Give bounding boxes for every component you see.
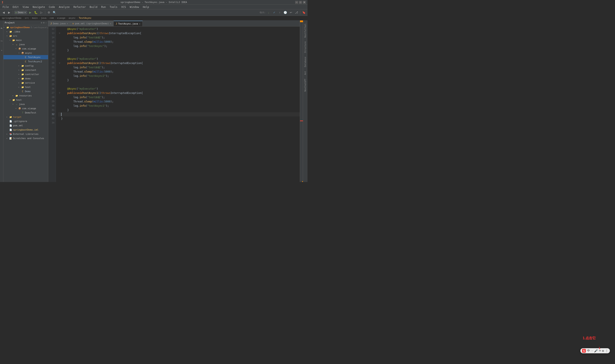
git-commit-button[interactable]: ✓: [272, 10, 277, 15]
tree-controller[interactable]: ▸ 📁 controller: [3, 72, 48, 76]
fold-30[interactable]: [58, 104, 61, 107]
tree-demotest[interactable]: T DemoTest: [3, 111, 48, 115]
menu-refactor[interactable]: Refactor: [72, 5, 88, 9]
sidebar-favorites-tab[interactable]: ★: [0, 47, 3, 54]
fold-27[interactable]: ▽: [58, 91, 61, 94]
menu-window[interactable]: Window: [128, 5, 141, 9]
tree-resources[interactable]: ▸ 📁 resources: [3, 93, 48, 98]
tree-demo[interactable]: ▸ 📁 demo: [3, 76, 48, 81]
breadcrumb-classname[interactable]: TestAsync: [79, 17, 92, 19]
menu-navigate[interactable]: Navigate: [31, 5, 47, 9]
tree-main[interactable]: ▾ 📂 main: [3, 38, 48, 42]
menu-code[interactable]: Code: [47, 5, 57, 9]
tab-demojava[interactable]: J Demo.java ✕: [48, 21, 70, 26]
editor-content[interactable]: 12 13 14 15 16 17 18 19 20 21 22 23 24 2…: [48, 26, 300, 182]
menu-analyze[interactable]: Analyze: [57, 5, 71, 9]
tab-testasync-close[interactable]: ✕: [139, 23, 140, 25]
right-tool-database[interactable]: Database: [304, 55, 307, 69]
fold-14[interactable]: [58, 36, 61, 39]
fold-13[interactable]: ▽: [58, 32, 61, 35]
tab-pomxml[interactable]: m pom.xml (springbootDemo) ✕: [70, 21, 114, 26]
fold-26[interactable]: [58, 87, 61, 90]
tree-config[interactable]: ▸ 📁 config: [3, 64, 48, 68]
git-revert-button[interactable]: ↩: [289, 10, 293, 15]
back-button[interactable]: ◀: [1, 10, 6, 15]
breadcrumb-com[interactable]: com: [50, 17, 54, 19]
menu-run[interactable]: Run: [99, 5, 108, 9]
fold-24[interactable]: [58, 79, 61, 82]
fold-19[interactable]: [58, 57, 61, 60]
search-everywhere-button[interactable]: 🔍: [52, 10, 57, 15]
debug-button[interactable]: 🐛: [34, 10, 38, 15]
settings-button[interactable]: ⚙: [47, 10, 51, 15]
right-tool-restful[interactable]: RestfulTool: [304, 22, 307, 39]
run-button[interactable]: ▶: [28, 10, 33, 15]
menu-tools[interactable]: Tools: [108, 5, 119, 9]
menu-edit[interactable]: Edit: [11, 5, 21, 9]
fold-16[interactable]: [58, 45, 61, 48]
code-editor[interactable]: @Async("myExecutor") ▽ public void testA…: [56, 26, 300, 182]
tab-pomxml-close[interactable]: ✕: [110, 22, 111, 25]
menu-vcs[interactable]: VCS: [120, 5, 128, 9]
fold-28[interactable]: [58, 96, 61, 99]
right-tool-nexchat[interactable]: NexChatGPT: [304, 77, 307, 93]
tree-test-folder[interactable]: ▸ 📁 test: [3, 85, 48, 89]
tree-external-libs[interactable]: ▸ 📚 External Libraries: [3, 132, 48, 136]
fold-18[interactable]: [58, 53, 61, 56]
menu-build[interactable]: Build: [88, 5, 99, 9]
tree-com-xiaoge[interactable]: ▾ 📦 com.xiaoge: [3, 47, 48, 51]
sidebar-structure-tab[interactable]: Z: [0, 35, 3, 47]
fold-34[interactable]: [58, 121, 61, 124]
breadcrumb-java[interactable]: java: [41, 17, 47, 19]
fold-23[interactable]: [58, 75, 61, 78]
panel-settings-button[interactable]: ⚙: [43, 21, 45, 24]
tree-target[interactable]: ▸ 📁 target: [3, 115, 48, 119]
right-tool-structure[interactable]: Structure: [304, 40, 307, 55]
tree-constant[interactable]: ▸ 📁 constant: [3, 68, 48, 72]
git-update-button[interactable]: ↓: [266, 10, 271, 15]
menu-file[interactable]: File: [1, 5, 11, 9]
tree-testasync2[interactable]: C TestAsync2: [3, 59, 48, 64]
tree-java[interactable]: ▾ ☕ java: [3, 42, 48, 47]
fold-12[interactable]: [58, 27, 61, 30]
fold-17[interactable]: [58, 49, 61, 52]
tree-root[interactable]: ▾ 📁 springbootDemo D:\workspace\zhangxia…: [3, 25, 48, 29]
right-tool-ant[interactable]: Ant: [304, 69, 307, 77]
tree-test-src[interactable]: ▾ 📁 test: [3, 98, 48, 102]
tree-service[interactable]: ▸ 📁 service: [3, 81, 48, 85]
git-push-button[interactable]: ↑: [277, 10, 282, 15]
tab-testasync[interactable]: J TestAsync.java ✕: [114, 21, 143, 26]
fold-31[interactable]: [58, 109, 61, 112]
breadcrumb-src[interactable]: src: [25, 17, 29, 19]
tree-async[interactable]: ▾ 📦 async: [3, 51, 48, 55]
tree-scratches[interactable]: ▸ 📝 Scratches and Consoles: [3, 136, 48, 140]
run-configuration[interactable]: ▶ Demo ▾: [14, 11, 27, 14]
tree-iml[interactable]: 📄 springbootDemo.iml: [3, 128, 48, 132]
tree-pomxml[interactable]: 📄 pom.xml: [3, 123, 48, 128]
fold-33[interactable]: [58, 117, 61, 120]
git-history-button[interactable]: 🕐: [283, 10, 288, 15]
fold-22[interactable]: [58, 70, 61, 73]
breadcrumb-xiaoge[interactable]: xiaoge: [57, 17, 66, 19]
fold-29[interactable]: [58, 100, 61, 103]
breadcrumb-project[interactable]: springbootDemo: [2, 17, 22, 19]
tree-gitignore[interactable]: 📄 .gitignore: [3, 119, 48, 123]
bookmarks-button[interactable]: 🔖: [302, 10, 306, 15]
tree-java-test[interactable]: ▾ ☕ java: [3, 102, 48, 106]
vcs-branches-button[interactable]: ⎇: [294, 10, 299, 15]
tree-idea[interactable]: ▸ 📁 .idea: [3, 29, 48, 34]
tree-src[interactable]: ▾ 📂 src: [3, 34, 48, 38]
tree-com-xiaoge-test[interactable]: ▾ 📦 com.xiaoge: [3, 106, 48, 111]
menu-help[interactable]: Help: [141, 5, 151, 9]
breadcrumb-async[interactable]: async: [68, 17, 76, 19]
maximize-button[interactable]: □: [299, 1, 302, 4]
panel-locate-button[interactable]: ⊙: [41, 21, 42, 24]
panel-collapse-button[interactable]: —: [45, 21, 47, 24]
fold-20[interactable]: ▽: [58, 62, 61, 65]
menu-view[interactable]: View: [21, 5, 30, 9]
fold-15[interactable]: [58, 40, 61, 43]
fold-21[interactable]: [58, 66, 61, 69]
tree-demo-class[interactable]: C Demo: [3, 89, 48, 93]
sidebar-project-tab[interactable]: P: [0, 22, 3, 35]
minimize-button[interactable]: ─: [295, 1, 298, 4]
